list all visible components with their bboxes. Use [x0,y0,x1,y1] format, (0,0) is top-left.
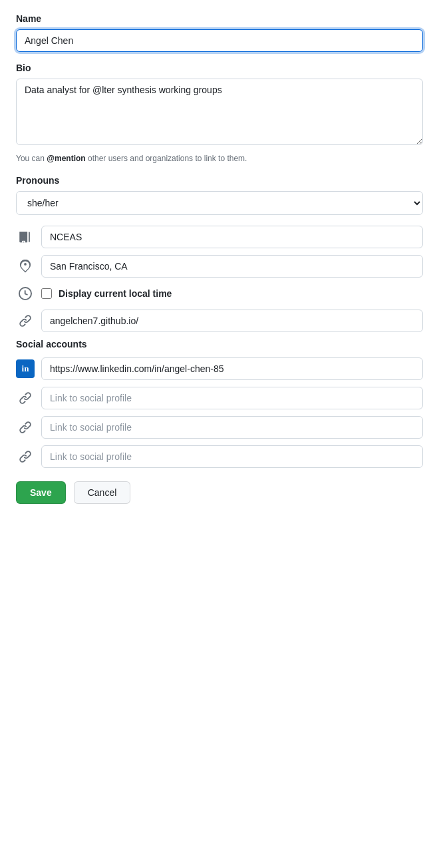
bio-input[interactable]: Data analyst for @lter synthesis working… [16,79,423,145]
display-time-label[interactable]: Display current local time [59,288,172,299]
display-time-checkbox[interactable] [41,288,52,299]
bio-hint: You can @mention other users and organiz… [16,152,423,164]
location-icon [16,257,35,276]
social-link-row-1 [16,387,423,409]
linkedin-icon: in [16,359,35,378]
social-link-row-3 [16,445,423,468]
link-icon-social-2 [16,418,35,437]
name-label: Name [16,13,423,24]
pronouns-select[interactable]: she/her he/him they/them prefer not to s… [16,191,423,215]
company-icon [16,228,35,246]
social-link-input-2[interactable] [41,416,423,439]
save-button[interactable]: Save [16,481,66,504]
linkedin-input[interactable] [41,357,423,380]
cancel-button[interactable]: Cancel [74,481,131,504]
pronouns-section: Pronouns she/her he/him they/them prefer… [16,175,423,215]
website-input[interactable] [41,310,423,332]
local-time-row: Display current local time [16,284,423,303]
company-input[interactable] [41,226,423,248]
social-accounts-section: Social accounts in [16,339,423,468]
company-row [16,226,423,248]
link-icon-social-3 [16,447,35,466]
website-row [16,310,423,332]
name-section: Name [16,13,423,52]
social-link-input-1[interactable] [41,387,423,409]
social-link-row-2 [16,416,423,439]
display-time-checkbox-row: Display current local time [41,288,172,299]
link-icon [16,312,35,330]
social-accounts-label: Social accounts [16,339,423,349]
name-input[interactable] [16,29,423,52]
bio-label: Bio [16,63,423,73]
social-link-input-3[interactable] [41,445,423,468]
location-input[interactable] [41,255,423,278]
bio-section: Bio Data analyst for @lter synthesis wor… [16,63,423,164]
location-row [16,255,423,278]
pronouns-label: Pronouns [16,175,423,186]
linkedin-row: in [16,357,423,380]
clock-icon [16,284,35,303]
link-icon-social-1 [16,389,35,407]
form-actions: Save Cancel [16,481,423,504]
